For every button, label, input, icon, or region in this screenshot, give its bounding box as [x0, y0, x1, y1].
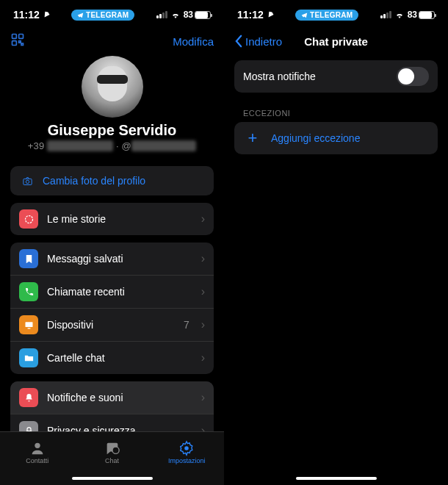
chevron-left-icon [234, 35, 244, 48]
home-indicator[interactable] [0, 472, 224, 485]
home-indicator[interactable] [224, 472, 448, 485]
stories-icon [19, 209, 38, 229]
clock: 11:12 [237, 9, 264, 21]
tab-bar: Contatti Chat Impostazioni [0, 431, 224, 472]
svg-rect-1 [19, 35, 24, 39]
wifi-icon [170, 11, 181, 18]
show-notifications-row[interactable]: Mostra notifiche [234, 60, 438, 93]
svg-point-13 [35, 442, 40, 448]
nav-bar: Indietro Chat private [224, 29, 448, 56]
bell-icon [19, 388, 38, 407]
location-icon [43, 11, 50, 18]
wifi-icon [394, 11, 405, 18]
svg-rect-5 [23, 179, 31, 184]
signal-icon [380, 11, 391, 18]
tab-chat[interactable]: Chat [75, 432, 150, 472]
svg-rect-3 [19, 41, 21, 43]
chevron-right-icon: › [201, 285, 205, 298]
private-chats-screen: 11:12 TELEGRAM 83 Indietro Chat private … [224, 0, 448, 485]
battery-icon: 83 [408, 10, 435, 20]
nav-bar: Modifica [0, 29, 224, 56]
show-notifications-toggle[interactable] [397, 67, 429, 86]
exceptions-header: ECCEZIONI [224, 100, 448, 121]
profile-meta: +39 000 000 0000 · @xxxxxxxxxxxx [10, 140, 214, 151]
avatar[interactable] [82, 56, 143, 118]
telegram-pill[interactable]: TELEGRAM [71, 10, 135, 21]
status-bar: 11:12 TELEGRAM 83 [0, 0, 224, 29]
svg-rect-4 [21, 43, 24, 46]
profile-header: Giuseppe Servidio +39 000 000 0000 · @xx… [0, 56, 224, 159]
devices-icon [19, 315, 38, 334]
svg-rect-8 [25, 322, 32, 327]
svg-point-14 [112, 447, 119, 453]
devices-row[interactable]: Dispositivi 7 › [10, 309, 214, 342]
notifications-row[interactable]: Notifiche e suoni › [10, 381, 214, 414]
devices-count: 7 [184, 319, 189, 331]
tab-settings[interactable]: Impostazioni [149, 432, 224, 472]
chevron-right-icon: › [201, 351, 205, 364]
camera-icon [19, 173, 35, 189]
change-photo-label: Cambia foto del profilo [43, 175, 205, 187]
location-icon [267, 11, 274, 18]
page-title: Chat private [304, 35, 368, 48]
chevron-right-icon: › [201, 424, 205, 431]
svg-point-15 [184, 446, 189, 450]
privacy-row[interactable]: Privacy e sicurezza › [10, 414, 214, 431]
clock: 11:12 [13, 9, 40, 21]
back-button[interactable]: Indietro [234, 35, 282, 48]
plus-icon: + [243, 129, 262, 148]
qr-icon[interactable] [10, 32, 25, 50]
change-photo-row[interactable]: Cambia foto del profilo [10, 166, 214, 195]
telegram-pill[interactable]: TELEGRAM [295, 10, 359, 21]
phone-icon [19, 282, 38, 301]
svg-rect-10 [26, 430, 32, 431]
tab-contacts[interactable]: Contatti [0, 432, 75, 472]
svg-point-6 [26, 180, 29, 183]
battery-icon: 83 [184, 10, 211, 20]
stories-row[interactable]: Le mie storie › [10, 203, 214, 235]
chevron-right-icon: › [201, 391, 205, 404]
saved-messages-row[interactable]: Messaggi salvati › [10, 242, 214, 276]
recent-calls-row[interactable]: Chiamate recenti › [10, 276, 214, 309]
add-exception-row[interactable]: + Aggiungi eccezione [234, 122, 438, 154]
svg-rect-9 [27, 328, 30, 328]
svg-point-7 [25, 215, 32, 223]
chat-folders-row[interactable]: Cartelle chat › [10, 342, 214, 374]
modify-link[interactable]: Modifica [173, 35, 214, 48]
lock-icon [19, 421, 38, 431]
bookmark-icon [19, 249, 38, 268]
chevron-right-icon: › [201, 212, 205, 226]
status-bar: 11:12 TELEGRAM 83 [224, 0, 448, 29]
signal-icon [156, 11, 167, 18]
settings-screen: 11:12 TELEGRAM 83 Modifica [0, 0, 224, 485]
svg-rect-0 [12, 35, 17, 39]
folder-icon [19, 348, 38, 367]
chevron-right-icon: › [201, 318, 205, 331]
profile-name: Giuseppe Servidio [10, 122, 214, 139]
chevron-right-icon: › [201, 252, 205, 265]
svg-rect-2 [12, 41, 17, 46]
